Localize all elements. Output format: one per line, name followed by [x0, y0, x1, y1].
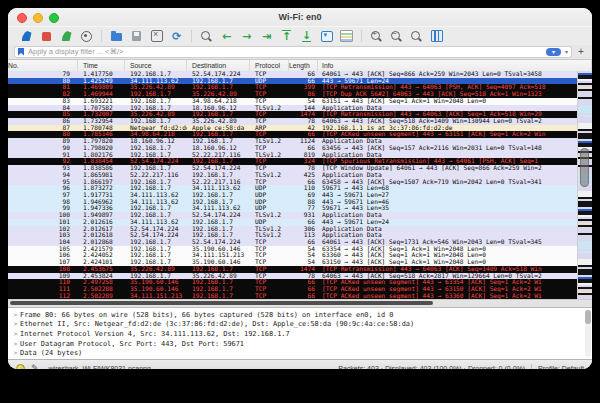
detail-tree-line[interactable]: >Ethernet II, Src: Netgear_fd:d2:de (3c:… [11, 320, 592, 330]
packet-row[interactable]: 861.732954192.168.1.735.226.42.89TCP7864… [8, 118, 577, 125]
packet-list-body[interactable]: 791.417750192.168.1.752.54.174.224TCP666… [8, 71, 577, 299]
details-scrollbar-thumb[interactable] [585, 310, 591, 324]
resize-columns-button[interactable] [430, 30, 443, 43]
detail-tree-line[interactable]: >User Datagram Protocol, Src Port: 443, … [11, 339, 592, 349]
cell-no: 79 [8, 71, 78, 78]
cell-destination: 18.160.96.12 [187, 145, 250, 152]
column-header-time[interactable]: Time [78, 60, 125, 71]
zoom-window-button[interactable] [49, 13, 59, 23]
zoom-in-button[interactable] [370, 30, 383, 43]
cell-time: 1.798020 [78, 145, 125, 152]
packet-row[interactable]: 971.91773134.111.113.62192.168.1.7UDP694… [8, 192, 577, 199]
column-header-info[interactable]: Info [318, 60, 592, 71]
detail-tree-line[interactable]: >Frame 80: 66 bytes on wire (528 bits), … [11, 310, 592, 320]
last-packet-button[interactable]: ↓ [300, 30, 313, 43]
cell-length: 66 [289, 279, 318, 286]
packet-row[interactable]: 1012.01261634.111.113.62192.168.1.7UDP66… [8, 219, 577, 226]
packet-row[interactable]: 941.86598152.22.217.116192.168.1.7TLSv1.… [8, 172, 577, 179]
horizontal-scrollbar[interactable] [8, 299, 592, 308]
capture-comment-icon[interactable]: ✎ [31, 364, 39, 369]
packet-row[interactable]: 1001.949897192.168.1.752.54.174.224TLSv1… [8, 212, 577, 219]
expand-chevron-icon[interactable]: > [11, 320, 20, 328]
packet-row[interactable]: 1062.424052192.168.1.734.111.151.213TCP5… [8, 252, 577, 259]
titlebar[interactable]: Wi-Fi: en0 [8, 8, 592, 26]
packet-row[interactable]: 901.798020192.168.1.718.160.96.12TCP6663… [8, 145, 577, 152]
cell-protocol: TLSv1.2 [250, 138, 289, 145]
stop-capture-button[interactable] [40, 30, 53, 43]
capture-options-button[interactable] [80, 30, 93, 43]
packet-row[interactable]: 1052.421579192.168.1.735.190.60.146TCP54… [8, 246, 577, 253]
packet-row[interactable]: 1112.50228835.190.60.146192.168.1.7TCP66… [8, 286, 577, 293]
packet-row[interactable]: 841.707582192.168.1.718.160.96.12TLSv1.2… [8, 105, 577, 112]
scrollbar-thumb[interactable] [580, 148, 589, 187]
cell-length: 144 [289, 105, 318, 112]
add-filter-button[interactable]: + [576, 46, 586, 57]
first-packet-icon: ↑ [282, 30, 291, 42]
detail-tree-line[interactable]: >Data (24 bytes) [11, 348, 592, 358]
filter-bookmark-icon[interactable] [18, 48, 24, 56]
packet-row[interactable]: 1082.45367535.226.42.89192.168.1.7TCP147… [8, 266, 577, 273]
column-header-protocol[interactable]: Protocol [250, 60, 289, 71]
packet-row[interactable]: 891.79782018.160.96.12192.168.1.7TLSv1.2… [8, 138, 577, 145]
colorize-button[interactable] [340, 30, 353, 43]
go-to-packet-button[interactable]: ⇥ [260, 30, 273, 43]
first-packet-button[interactable]: ↑ [280, 30, 293, 43]
find-packet-button[interactable] [200, 30, 213, 43]
packet-row[interactable]: 931.838586192.168.1.752.54.174.224TCP78[… [8, 165, 577, 172]
close-window-button[interactable] [17, 13, 27, 23]
cell-info: 64061 → 443 [ACK] Seq=866 Ack=259 Win=20… [318, 71, 577, 78]
next-packet-button[interactable]: → [240, 30, 253, 43]
packet-row[interactable]: 1102.49725835.190.60.146192.168.1.7TCP66… [8, 279, 577, 286]
column-header-no[interactable]: No. [8, 60, 78, 71]
save-file-button[interactable] [130, 30, 143, 43]
zoom-out-button[interactable] [390, 30, 403, 43]
horizontal-scrollbar-thumb[interactable] [10, 301, 433, 305]
packet-row[interactable]: 831.693221192.168.1.734.98.64.218TCP5463… [8, 98, 577, 105]
column-header-source[interactable]: Source [125, 60, 187, 71]
packet-row[interactable]: 801.42524934.111.113.62192.168.1.7UDP664… [8, 78, 577, 85]
display-filter-input[interactable]: Apply a display filter ... <⌘/> ▾ ▾ [14, 46, 572, 58]
detail-tree-line[interactable]: >Internet Protocol Version 4, Src: 34.11… [11, 329, 592, 339]
packet-row[interactable]: 921.83845452.54.174.224192.168.1.7TCP324… [8, 158, 577, 165]
packet-row[interactable]: 961.873272192.168.1.734.111.113.62UDP110… [8, 185, 577, 192]
reload-button[interactable]: ⟳ [170, 30, 183, 43]
details-scrollbar[interactable] [585, 310, 591, 357]
packet-row[interactable]: 791.417750192.168.1.752.54.174.224TCP666… [8, 71, 577, 78]
detail-line-text: Internet Protocol Version 4, Src: 34.111… [20, 330, 290, 338]
packet-row[interactable]: 821.469944192.168.1.735.226.42.89TCP86[T… [8, 91, 577, 98]
expert-info-button[interactable] [16, 364, 25, 369]
column-header-length[interactable]: Length [289, 60, 318, 71]
packet-row[interactable]: 811.46980935.226.42.89192.168.1.7TCP399[… [8, 84, 577, 91]
packet-row[interactable]: 951.866197192.168.1.752.22.217.116TCP666… [8, 179, 577, 186]
cell-protocol: TLSv1.2 [250, 172, 289, 179]
packet-row[interactable]: 1032.01261852.54.174.224192.168.1.7TLSv1… [8, 232, 577, 239]
zoom-100-button[interactable] [410, 30, 423, 43]
filter-apply-arrow-button[interactable]: ▾ [546, 48, 561, 56]
start-capture-button[interactable] [20, 30, 33, 43]
restart-capture-button[interactable] [60, 30, 73, 43]
auto-scroll-button[interactable] [320, 30, 333, 43]
close-file-button[interactable] [150, 30, 163, 43]
expand-chevron-icon[interactable]: > [11, 330, 20, 338]
packet-minimap[interactable] [577, 71, 592, 299]
packet-row[interactable]: 1022.01261752.54.174.224192.168.1.7TLSv1… [8, 226, 577, 233]
packet-row[interactable]: 981.94696234.111.113.62192.168.1.7UDP884… [8, 199, 577, 206]
expand-chevron-icon[interactable]: > [11, 311, 20, 319]
packet-row[interactable]: 881.78514634.98.64.218192.168.1.7TCP66[T… [8, 131, 577, 138]
cell-source: 34.111.113.62 [125, 192, 187, 199]
packet-row[interactable]: 911.802176192.168.1.752.22.217.116TLSv1.… [8, 152, 577, 159]
open-file-button[interactable] [110, 30, 123, 43]
packet-row[interactable]: 851.73200735.226.42.89192.168.1.7TCP1474… [8, 111, 577, 118]
packet-row[interactable]: 1042.012868192.168.1.752.54.174.224TCP66… [8, 239, 577, 246]
filter-dropdown-chevron-icon[interactable]: ▾ [565, 48, 568, 55]
packet-row[interactable]: 991.947336192.168.1.734.111.113.62UDP775… [8, 205, 577, 212]
packet-row[interactable]: 1092.453824192.168.1.735.226.42.89TCP786… [8, 273, 577, 280]
minimize-window-button[interactable] [33, 13, 43, 23]
packet-row[interactable]: 871.780748Netgear_fd:d2:deApple_ce:58:da… [8, 125, 577, 132]
column-header-destination[interactable]: Destination [187, 60, 250, 71]
packet-row[interactable]: 1072.424101192.168.1.735.190.60.146TCP54… [8, 259, 577, 266]
profile-label[interactable]: Profile: Default [538, 365, 584, 369]
expand-chevron-icon[interactable]: > [11, 349, 20, 357]
expand-chevron-icon[interactable]: > [11, 340, 20, 348]
previous-packet-button[interactable]: ← [220, 30, 233, 43]
